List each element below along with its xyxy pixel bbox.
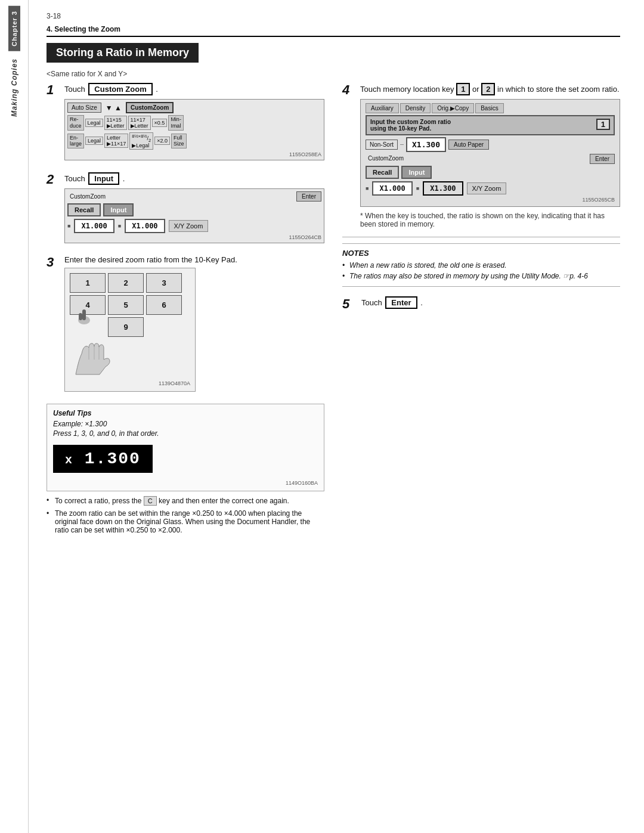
ui-panel-1: Auto Size ▼ ▲ CustomZoom Re-duce Legal 1…	[64, 99, 324, 160]
tips-bullet-list: To correct a ratio, press the C key and …	[47, 496, 324, 534]
key-4[interactable]: 4	[70, 295, 106, 315]
custom-zoom-button[interactable]: Custom Zoom	[88, 83, 152, 95]
zoom-display: x 1.300	[53, 445, 153, 473]
panel-3-cz-row: CustomZoom Enter	[366, 154, 615, 164]
step-3: 3 Enter the desired zoom ratio from the …	[47, 255, 324, 395]
zoom-values-row-p3: ■ X1.000 ■ X1.300 X/Y Zoom	[366, 181, 615, 196]
panel-1-caption: 1155O258EA	[67, 151, 321, 157]
step-1: 1 Touch Custom Zoom . Auto Size ▼ ▲	[47, 83, 324, 164]
sidebar-chapter-label: Chapter 3	[8, 6, 20, 51]
step-1-number: 1	[47, 83, 61, 97]
highlight-info-row: Input the custom Zoom ratiousing the 10-…	[366, 115, 615, 135]
key-1[interactable]: 1	[70, 273, 106, 293]
xy-zoom-btn-p2[interactable]: X/Y Zoom	[169, 220, 209, 232]
key-3[interactable]: 3	[146, 273, 182, 293]
input-button[interactable]: Input	[88, 172, 119, 185]
recall-btn-p3[interactable]: Recall	[366, 166, 399, 179]
enter-btn-p2[interactable]: Enter	[296, 191, 321, 202]
recall-input-row-p2: Recall Input	[67, 203, 321, 216]
step-5-number: 5	[342, 297, 357, 311]
ui-panel-2: CustomZoom Enter Recall Input ■ X1.000 ■	[64, 188, 324, 243]
note-item-2: The ratios may also be stored in memory …	[342, 272, 620, 280]
step-5-text: Touch Enter .	[361, 296, 620, 309]
sidebar: Chapter 3 Making Copies	[0, 0, 29, 833]
display-val-p3: X1.300	[406, 137, 446, 152]
customzoom-btn-p1[interactable]: CustomZoom	[126, 102, 174, 113]
input-active-btn-p2[interactable]: Input	[103, 203, 134, 216]
step-1-text: Touch Custom Zoom .	[64, 83, 324, 95]
notes-title: NOTES	[342, 249, 620, 258]
key-5[interactable]: 5	[108, 295, 144, 315]
ui-panel-3: Auxiliary Density Orig.▶Copy Basics Inpu…	[360, 99, 620, 207]
svg-rect-1	[82, 309, 86, 320]
divider-2	[342, 286, 620, 287]
customzoom-label-p2: CustomZoom	[67, 192, 108, 201]
tab-auxiliary[interactable]: Auxiliary	[366, 103, 399, 113]
zoom-display-caption: 1149O160BA	[53, 480, 318, 486]
section-label: 4. Selecting the Zoom	[47, 25, 620, 37]
notes-section: NOTES When a new ratio is stored, the ol…	[342, 243, 620, 280]
tab-basics[interactable]: Basics	[475, 103, 503, 113]
main-content: 3-18 4. Selecting the Zoom Storing a Rat…	[29, 0, 644, 833]
step-3-text: Enter the desired zoom ratio from the 10…	[64, 255, 324, 264]
hand-illustration	[70, 342, 117, 377]
step-1-content: Touch Custom Zoom . Auto Size ▼ ▲ Custom…	[64, 83, 324, 164]
input-btn-p3[interactable]: Input	[401, 166, 432, 179]
useful-tips-section: Useful Tips Example: ×1.300 Press 1, 3, …	[47, 404, 324, 491]
zoom-val1-p3: X1.000	[372, 181, 412, 196]
svg-rect-2	[79, 313, 82, 320]
zoom-values-row-p2: ■ X1.000 ■ X1.000 X/Y Zoom	[67, 219, 321, 233]
panel-3-caption-text: 1155O265CB	[366, 197, 615, 203]
enter-button-step5[interactable]: Enter	[385, 296, 417, 309]
auto-size-btn[interactable]: Auto Size	[67, 103, 101, 113]
c-key[interactable]: C	[144, 496, 157, 506]
key-9[interactable]: 9	[108, 317, 144, 337]
badge-number: 1	[596, 119, 610, 130]
tip-bullet-2: The zoom ratio can be set within the ran…	[47, 509, 324, 534]
left-column: 1 Touch Custom Zoom . Auto Size ▼ ▲	[47, 83, 324, 538]
note-item-1: When a new ratio is stored, the old one …	[342, 261, 620, 270]
zoom-val1-p2: X1.000	[74, 219, 114, 233]
notes-list: When a new ratio is stored, the old one …	[342, 261, 620, 280]
step-5-content: Touch Enter .	[361, 296, 620, 312]
step-4-content: Touch memory location key 1 or 2 in whic…	[360, 83, 620, 228]
step-2-content: Touch Input . CustomZoom Enter Recall	[64, 172, 324, 247]
highlight-text: Input the custom Zoom ratiousing the 10-…	[370, 119, 451, 132]
right-column: 4 Touch memory location key 1 or 2 in wh…	[342, 83, 620, 538]
key-2-box[interactable]: 2	[481, 83, 495, 95]
step-5: 5 Touch Enter .	[342, 296, 620, 312]
recall-btn-p2[interactable]: Recall	[67, 203, 101, 216]
step-4: 4 Touch memory location key 1 or 2 in wh…	[342, 83, 620, 228]
step-2-number: 2	[47, 172, 61, 187]
panel-3-tabs: Auxiliary Density Orig.▶Copy Basics	[366, 103, 615, 113]
page-number: 3-18	[47, 12, 620, 20]
auto-paper-btn-p3[interactable]: Auto Paper	[448, 140, 489, 150]
step-4-number: 4	[342, 83, 357, 97]
page-subtitle: <Same ratio for X and Y>	[47, 70, 620, 78]
panel-3-caption: 1139O4870A	[70, 380, 190, 386]
panel-2-caption: 1155O264CB	[67, 234, 321, 240]
step-2-text: Touch Input .	[64, 172, 324, 185]
customzoom-label-p3: CustomZoom	[366, 154, 406, 164]
useful-tips-title: Useful Tips	[53, 409, 318, 417]
step-4-asterisk: * When the key is touched, the ratio is …	[360, 212, 620, 228]
key-1-box[interactable]: 1	[456, 83, 470, 95]
step-3-content: Enter the desired zoom ratio from the 10…	[64, 255, 324, 395]
tab-orig-copy[interactable]: Orig.▶Copy	[432, 103, 474, 113]
recall-input-row-p3: Recall Input	[366, 166, 615, 179]
step-3-number: 3	[47, 255, 61, 270]
press-label: Press 1, 3, 0, and 0, in that order.	[53, 429, 318, 438]
zoom-val2-p3: X1.300	[423, 181, 463, 196]
key-2[interactable]: 2	[108, 273, 144, 293]
tab-density[interactable]: Density	[400, 103, 431, 113]
divider-1	[342, 237, 620, 237]
non-sort-btn[interactable]: Non-Sort	[366, 140, 398, 150]
zoom-val2-p2: X1.000	[125, 219, 165, 233]
enter-btn-p3[interactable]: Enter	[590, 154, 615, 164]
sidebar-making-copies-label: Making Copies	[8, 54, 21, 122]
step-2: 2 Touch Input . CustomZoom Enter	[47, 172, 324, 247]
key-6[interactable]: 6	[146, 295, 182, 315]
example-label: Example: ×1.300	[53, 420, 318, 428]
tip-bullet-1: To correct a ratio, press the C key and …	[47, 496, 324, 506]
xy-zoom-btn-p3[interactable]: X/Y Zoom	[467, 182, 507, 194]
